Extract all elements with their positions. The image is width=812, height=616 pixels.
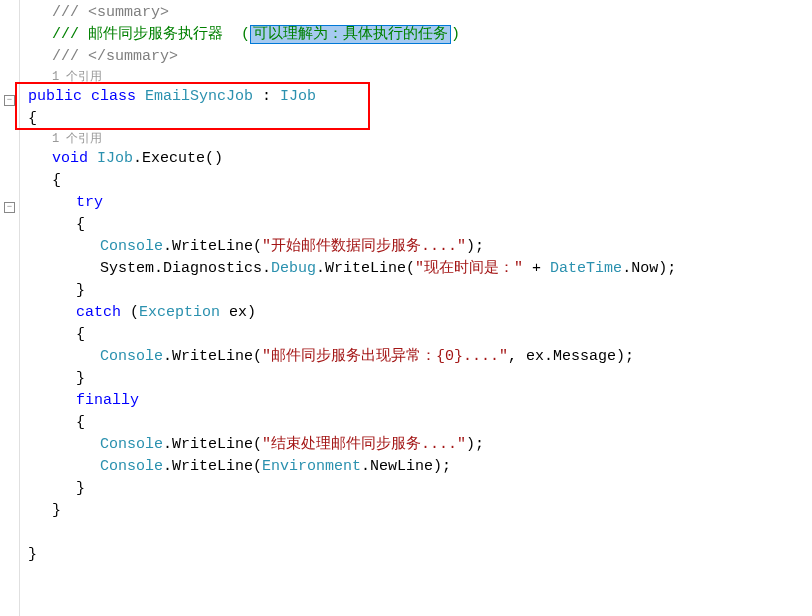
- code-line: try: [28, 192, 812, 214]
- type-name: Exception: [139, 304, 220, 321]
- code-line: }: [28, 478, 812, 500]
- type-name: Console: [100, 348, 163, 365]
- variable: ex): [220, 304, 256, 321]
- code-line: catch (Exception ex): [28, 302, 812, 324]
- code-line: /// 邮件同步服务执行器 (可以理解为：具体执行的任务): [28, 24, 812, 46]
- type-name: IJob: [97, 150, 133, 167]
- comment-text: /// 邮件同步服务执行器 (: [52, 26, 250, 43]
- code-line: }: [28, 368, 812, 390]
- xml-doc-comment: /// 邮件同步服务执行器 (可以理解为：具体执行的任务): [52, 25, 460, 44]
- type-name: Console: [100, 238, 163, 255]
- brace: }: [28, 546, 37, 563]
- code-content[interactable]: /// <summary> /// 邮件同步服务执行器 (可以理解为：具体执行的…: [20, 0, 812, 616]
- code-line: finally: [28, 390, 812, 412]
- type-name: Console: [100, 458, 163, 475]
- string-literal: "结束处理邮件同步服务....": [262, 436, 466, 453]
- brace: }: [76, 480, 85, 497]
- brace: {: [52, 172, 61, 189]
- type-name: DateTime: [550, 260, 622, 277]
- string-literal: "邮件同步服务出现异常：{0}....": [262, 348, 508, 365]
- code-line: Console.WriteLine("开始邮件数据同步服务....");: [28, 236, 812, 258]
- brace: {: [76, 326, 85, 343]
- method-call: .WriteLine(: [163, 238, 262, 255]
- method-call: .WriteLine(: [163, 436, 262, 453]
- code-line: {: [28, 214, 812, 236]
- brace: {: [76, 414, 85, 431]
- keyword: class: [91, 88, 136, 105]
- keyword: public: [28, 88, 82, 105]
- punctuation: :: [253, 88, 280, 105]
- code-line: Console.WriteLine("邮件同步服务出现异常：{0}....", …: [28, 346, 812, 368]
- brace: }: [76, 370, 85, 387]
- property: .NewLine);: [361, 458, 451, 475]
- keyword: try: [76, 194, 103, 211]
- brace: }: [52, 502, 61, 519]
- brace: }: [76, 282, 85, 299]
- code-line: {: [28, 108, 812, 130]
- code-line: }: [28, 544, 812, 566]
- type-name: Console: [100, 436, 163, 453]
- brace: {: [76, 216, 85, 233]
- type-name: Environment: [262, 458, 361, 475]
- keyword: catch: [76, 304, 121, 321]
- property: .Now);: [622, 260, 676, 277]
- fold-marker-icon[interactable]: −: [4, 202, 15, 213]
- method-call: .WriteLine(: [163, 458, 262, 475]
- code-line: {: [28, 412, 812, 434]
- type-name: Debug: [271, 260, 316, 277]
- string-literal: "开始邮件数据同步服务....": [262, 238, 466, 255]
- punctuation: );: [466, 436, 484, 453]
- brace: {: [28, 110, 37, 127]
- code-line: System.Diagnostics.Debug.WriteLine("现在时间…: [28, 258, 812, 280]
- code-line: void IJob.Execute(): [28, 148, 812, 170]
- xml-doc-comment: /// <summary>: [52, 4, 169, 21]
- code-line: /// <summary>: [28, 2, 812, 24]
- type-name: EmailSyncJob: [145, 88, 253, 105]
- code-line: {: [28, 170, 812, 192]
- code-line: [28, 522, 812, 544]
- method-name: Execute(): [142, 150, 223, 167]
- type-name: IJob: [280, 88, 316, 105]
- method-call: .WriteLine(: [163, 348, 262, 365]
- operator: +: [523, 260, 550, 277]
- codelens-references[interactable]: 1 个引用: [28, 68, 812, 86]
- gutter: − −: [0, 0, 20, 616]
- code-line: {: [28, 324, 812, 346]
- argument: , ex.Message);: [508, 348, 634, 365]
- code-line: Console.WriteLine(Environment.NewLine);: [28, 456, 812, 478]
- punctuation: .: [133, 150, 142, 167]
- code-line: Console.WriteLine("结束处理邮件同步服务....");: [28, 434, 812, 456]
- namespace: System.Diagnostics.: [100, 260, 271, 277]
- codelens-references[interactable]: 1 个引用: [28, 130, 812, 148]
- code-line: /// </summary>: [28, 46, 812, 68]
- method-call: .WriteLine(: [316, 260, 415, 277]
- xml-doc-comment: /// </summary>: [52, 48, 178, 65]
- selected-text: 可以理解为：具体执行的任务: [250, 25, 451, 44]
- punctuation: );: [466, 238, 484, 255]
- fold-marker-icon[interactable]: −: [4, 95, 15, 106]
- code-line: }: [28, 500, 812, 522]
- keyword: finally: [76, 392, 139, 409]
- comment-text: ): [451, 26, 460, 43]
- code-line: }: [28, 280, 812, 302]
- keyword: void: [52, 150, 88, 167]
- string-literal: "现在时间是：": [415, 260, 523, 277]
- punctuation: (: [121, 304, 139, 321]
- code-editor[interactable]: − − /// <summary> /// 邮件同步服务执行器 (可以理解为：具…: [0, 0, 812, 616]
- code-line: public class EmailSyncJob : IJob: [28, 86, 812, 108]
